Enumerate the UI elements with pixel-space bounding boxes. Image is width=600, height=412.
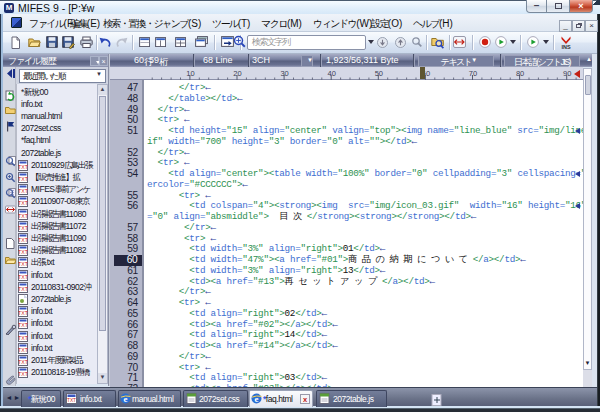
svg-text:80: 80 (516, 69, 524, 78)
svg-text:TXT: TXT (18, 200, 28, 206)
svg-text:TXT: TXT (18, 176, 28, 182)
svg-text:TXT: TXT (18, 188, 28, 194)
svg-text:TXT: TXT (18, 249, 28, 255)
svg-text:TXT: TXT (67, 398, 76, 403)
svg-text:70: 70 (469, 69, 477, 78)
svg-text:50: 50 (375, 69, 383, 78)
svg-text:INS: INS (561, 44, 571, 50)
svg-text:e: e (255, 394, 259, 404)
svg-text:40: 40 (328, 69, 336, 78)
svg-text:TXT: TXT (18, 286, 28, 292)
svg-text:TXT: TXT (18, 274, 28, 280)
svg-text:TXT: TXT (18, 213, 28, 219)
svg-text:TXT: TXT (18, 225, 28, 231)
svg-text:TXT: TXT (18, 261, 28, 267)
svg-text:TXT: TXT (18, 335, 28, 341)
svg-text:TXT: TXT (18, 359, 28, 365)
svg-text:TXT: TXT (18, 310, 28, 316)
svg-text:90: 90 (563, 69, 571, 78)
svg-text:10: 10 (186, 69, 194, 78)
svg-text:TXT: TXT (18, 347, 28, 353)
svg-text:e: e (124, 394, 128, 404)
svg-text:TXT: TXT (18, 371, 28, 377)
svg-text:20: 20 (233, 69, 241, 78)
svg-text:TXT: TXT (18, 164, 28, 170)
svg-text:30: 30 (280, 69, 288, 78)
svg-text:TXT: TXT (18, 322, 28, 328)
svg-text:TXT: TXT (18, 237, 28, 243)
